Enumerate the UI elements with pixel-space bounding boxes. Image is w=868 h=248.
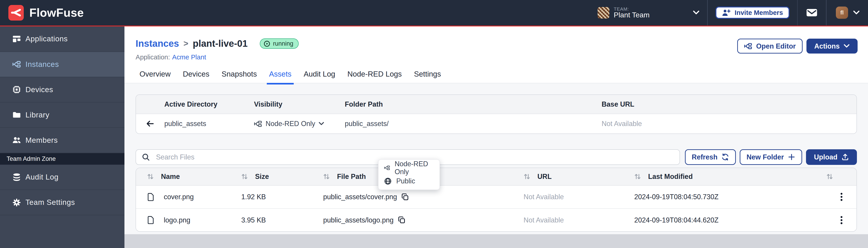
tab-settings[interactable]: Settings — [412, 64, 443, 84]
sidebar-item-audit-log[interactable]: Audit Log — [0, 165, 124, 190]
row-menu-kebab-icon[interactable] — [839, 191, 844, 202]
sidebar-item-label: Instances — [26, 60, 59, 69]
folder-icon — [12, 110, 21, 119]
visibility-dropdown-menu: Node-RED Only Public — [378, 159, 440, 190]
sidebar-item-library[interactable]: Library — [0, 103, 124, 128]
tab-devices[interactable]: Devices — [181, 64, 212, 84]
main-area: Instances > plant-live-01 running Applic… — [124, 27, 868, 248]
chevron-down-icon — [843, 44, 850, 48]
notifications-mail-icon[interactable] — [798, 8, 826, 17]
chevron-down-icon — [853, 10, 860, 15]
col-size: Size — [255, 173, 269, 180]
application-link[interactable]: Acme Plant — [172, 53, 206, 61]
status-badge-label: running — [273, 40, 293, 47]
page-bottom-band — [124, 234, 868, 248]
sidebar-item-devices[interactable]: Devices — [0, 77, 124, 103]
chip-icon — [12, 85, 21, 94]
open-editor-button[interactable]: Open Editor — [737, 39, 803, 54]
team-admin-zone-header: Team Admin Zone — [0, 153, 124, 165]
sort-icon[interactable] — [524, 173, 530, 180]
plus-icon — [788, 153, 795, 161]
file-name: logo.png — [164, 216, 190, 224]
copy-icon[interactable] — [401, 193, 409, 201]
breadcrumb-instances-link[interactable]: Instances — [135, 38, 179, 49]
tab-snapshots[interactable]: Snapshots — [219, 64, 259, 84]
dropdown-item-public[interactable]: Public — [378, 175, 439, 188]
actions-label: Actions — [814, 42, 840, 50]
file-url: Not Available — [524, 216, 634, 224]
user-menu[interactable]: fl — [827, 6, 868, 19]
new-folder-button[interactable]: New Folder — [740, 149, 802, 165]
file-modified: 2024-09-19T08:04:44.620Z — [634, 216, 826, 224]
applications-icon — [12, 35, 21, 43]
upload-label: Upload — [814, 153, 837, 161]
col-folder-path: Folder Path — [345, 100, 602, 108]
tab-assets[interactable]: Assets — [267, 64, 294, 84]
sidebar-item-instances[interactable]: Instances — [0, 52, 124, 77]
dropdown-item-label: Node-RED Only — [395, 160, 434, 176]
col-base-url: Base URL — [602, 100, 857, 108]
table-row: cover.png 1.92 KB public_assets/cover.pn… — [136, 186, 857, 209]
visibility-dropdown-trigger[interactable]: Node-RED Only — [254, 120, 345, 128]
sidebar: Applications Instances Devices — [0, 27, 124, 248]
node-red-fork-icon — [384, 164, 390, 172]
flowfuse-app: FlowFuse TEAM: Plant Team Invite Memb — [0, 0, 868, 248]
instances-fork-icon — [12, 60, 21, 69]
sort-icon[interactable] — [241, 173, 248, 180]
file-path: public_assets/logo.png — [323, 216, 394, 224]
team-avatar — [598, 7, 609, 19]
sidebar-item-team-settings[interactable]: Team Settings — [0, 190, 124, 215]
copy-icon[interactable] — [398, 216, 405, 224]
top-navbar: FlowFuse TEAM: Plant Team Invite Memb — [0, 0, 868, 27]
editor-fork-icon — [744, 42, 752, 50]
upload-icon — [841, 153, 849, 161]
gear-icon — [12, 198, 21, 207]
sidebar-item-label: Members — [26, 136, 58, 145]
actions-button[interactable]: Actions — [806, 39, 858, 54]
visibility-value: Node-RED Only — [266, 120, 315, 128]
folder-path-value: public_assets/ — [345, 120, 602, 128]
directory-row: public_assets Node-RED Only public_asset… — [136, 114, 857, 134]
brand-logo[interactable]: FlowFuse — [0, 5, 84, 21]
files-toolbar: Refresh New Folder Upload — [135, 149, 857, 165]
chevron-down-icon — [693, 10, 700, 15]
open-editor-label: Open Editor — [756, 42, 796, 50]
dropdown-item-label: Public — [396, 177, 415, 185]
instance-tabs: Overview Devices Snapshots Assets Audit … — [124, 64, 868, 84]
table-row: logo.png 3.95 KB public_assets/logo.png … — [136, 209, 857, 231]
tab-audit-log[interactable]: Audit Log — [301, 64, 337, 84]
back-arrow-icon[interactable] — [136, 119, 164, 128]
team-name: Plant Team — [614, 11, 650, 19]
file-path: public_assets/cover.png — [323, 193, 397, 201]
sidebar-item-label: Audit Log — [26, 173, 59, 181]
directory-header-row: Active Directory Visibility Folder Path … — [136, 95, 857, 114]
new-folder-label: New Folder — [746, 153, 784, 161]
database-icon — [12, 173, 21, 182]
row-menu-kebab-icon[interactable] — [839, 215, 844, 226]
sort-icon[interactable] — [147, 173, 154, 180]
files-table: Name Size File Path URL — [135, 168, 857, 232]
invite-members-label: Invite Members — [735, 9, 783, 16]
sidebar-item-members[interactable]: Members — [0, 128, 124, 153]
file-icon — [147, 193, 154, 201]
sort-icon[interactable] — [826, 173, 833, 180]
invite-members-button[interactable]: Invite Members — [715, 6, 789, 19]
sidebar-item-applications[interactable]: Applications — [0, 27, 124, 52]
user-plus-icon — [722, 9, 731, 17]
refresh-button[interactable]: Refresh — [685, 149, 736, 165]
dropdown-item-node-red-only[interactable]: Node-RED Only — [378, 161, 439, 175]
tab-node-red-logs[interactable]: Node-RED Logs — [345, 64, 404, 84]
file-name: cover.png — [164, 193, 194, 201]
col-last-modified: Last Modified — [648, 173, 693, 180]
members-icon — [12, 136, 21, 145]
sort-icon[interactable] — [323, 173, 330, 180]
team-selector[interactable]: TEAM: Plant Team — [591, 0, 707, 26]
directory-name: public_assets — [164, 120, 254, 128]
col-url: URL — [537, 173, 552, 180]
active-directory-panel: Active Directory Visibility Folder Path … — [135, 95, 857, 134]
sort-icon[interactable] — [634, 173, 641, 180]
col-file-path: File Path — [337, 173, 366, 180]
upload-button[interactable]: Upload — [806, 149, 857, 165]
header-divider — [707, 0, 708, 26]
tab-overview[interactable]: Overview — [137, 64, 173, 84]
